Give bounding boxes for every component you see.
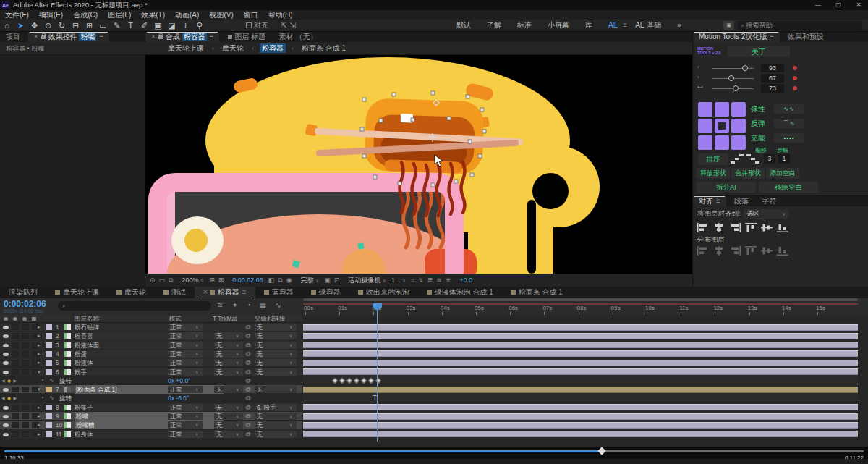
visibility-toggle[interactable] [3,344,9,347]
channels-icon[interactable]: ◉ [286,277,292,284]
anchor-grid-cell[interactable] [731,119,746,133]
充能-curve-icon[interactable]: •••• [774,133,804,143]
parent-pickwhip-icon[interactable]: @ [245,421,251,429]
progress-bar-elapsed[interactable] [4,450,602,452]
tab-footage[interactable]: 素材 （无） [273,32,323,42]
panel-menu-icon[interactable]: ≡ [210,33,214,41]
align-hcenter-button[interactable] [713,222,725,235]
menu-item[interactable]: 视图(V) [204,10,238,20]
expand-arrow-icon[interactable]: ▾ [38,385,41,394]
pixel-aspect-icon[interactable]: ⌗ [411,277,414,284]
progress-bar-remaining[interactable] [602,450,864,452]
panel-menu-icon[interactable]: ≡ [242,288,247,296]
snapshot-icon[interactable]: ◧ [268,277,275,284]
layer-name[interactable]: 粉容器 [75,332,93,340]
timeline-tab-测试[interactable]: 测试 [155,287,195,298]
flowchart-icon[interactable]: ≋ [436,277,442,284]
label-color-swatch[interactable] [46,360,52,366]
breadcrumb-item[interactable]: 粉容器 [260,43,286,53]
magnification-dropdown[interactable]: 200% ∨ [182,274,205,287]
playhead-line[interactable] [377,303,378,442]
layer-duration-bar[interactable] [303,333,858,339]
motion-blur-icon[interactable]: ◔ [247,301,251,309]
layer-name[interactable]: 粉液体面 [75,341,99,350]
puppet-pin-tool[interactable]: ⚲ [192,20,206,31]
释放形状-button[interactable]: 释放形状 [697,168,730,179]
menu-item[interactable]: 合成(C) [68,10,103,20]
layer-row[interactable]: ▾6粉手正常∨无∨@无∨ [0,368,868,376]
layer-duration-bar[interactable] [303,360,858,366]
switch-box[interactable] [12,422,19,428]
workspace-小屏幕[interactable]: 小屏幕 [540,20,577,31]
添加空白-button[interactable]: 添加空白 [766,168,799,179]
switch-box[interactable] [22,351,29,357]
distribute-right-button[interactable] [729,245,741,258]
keyframe-diamond[interactable] [354,378,359,384]
breadcrumb-item[interactable]: 粉面条 合成 1 [299,43,348,53]
roto-brush-tool[interactable]: ≀ [179,20,192,31]
tab-effect-controls[interactable]: ×效果控件 粉嘴≡ [28,32,109,42]
workspace-了解[interactable]: 了解 [479,20,509,31]
keyframe-diamond[interactable] [346,378,352,384]
exposure-value[interactable]: +0.0 [459,274,472,287]
breadcrumb-item[interactable]: 摩天轮 [220,43,246,53]
property-value[interactable]: 0x +0.0° [168,376,191,385]
close-tab-icon[interactable]: × [203,288,208,296]
align-right-button[interactable] [729,222,741,235]
fast-previews-icon[interactable]: ↯ [418,277,424,284]
property-value[interactable]: 0x -6.0° [168,394,189,402]
workspace-extra[interactable]: AE 基础 [627,20,669,31]
sync-settings-icon[interactable]: ▣ [723,21,734,30]
label-color-swatch[interactable] [46,405,52,410]
menu-item[interactable]: 文件(F) [0,10,34,20]
parent-pickwhip-icon[interactable]: @ [245,332,251,340]
menu-item[interactable]: 帮助(H) [263,10,298,20]
share-view-icon[interactable]: ⧉ [169,277,173,284]
label-color-swatch[interactable] [46,369,52,375]
parent-pickwhip-icon[interactable]: @ [245,368,251,376]
distribute-hcenter-button[interactable] [713,245,725,258]
反弹-curve-icon[interactable]: ⌒∿ [774,119,804,128]
layer-name[interactable]: 粉液体 [75,358,93,367]
close-tab-icon[interactable]: × [151,33,156,41]
layer-row[interactable]: ▸10粉嘴槽正常∨无∨@无∨ [0,421,868,429]
layer-row[interactable]: ▸11粉身体正常∨无∨@无∨ [0,430,868,439]
layer-duration-bar[interactable] [303,422,858,429]
switch-box[interactable] [22,431,29,437]
layer-duration-bar[interactable] [303,324,858,331]
property-name[interactable]: 旋转 [59,394,72,402]
anchor-grid-cell[interactable] [715,119,729,133]
layer-duration-bar[interactable] [303,342,858,348]
expand-arrow-icon[interactable]: ▸ [38,403,41,412]
弹性-curve-icon[interactable]: ∿∿ [774,104,804,114]
current-time-display[interactable]: 0:00:02:06 [4,299,46,309]
parent-pickwhip-icon[interactable]: @ [245,430,251,439]
graph-editor-icon[interactable]: ∿ [275,301,281,309]
breadcrumb-item[interactable]: 摩天轮上课 [166,43,206,53]
menu-item[interactable]: 动画(A) [170,10,204,20]
expand-arrow-icon[interactable]: ▸ [38,412,41,421]
layer-duration-bar[interactable] [303,368,858,375]
slider-knob[interactable] [733,85,739,91]
align-checkbox[interactable] [246,22,252,28]
layer-name[interactable]: 粉筷子 [75,403,93,412]
layer-duration-bar[interactable] [303,350,858,357]
viewer-current-time[interactable]: 0:00:02:06 [232,274,263,287]
anchor-grid-cell[interactable] [698,102,712,117]
stopwatch-icon[interactable]: ◔ [41,376,44,385]
slider-track[interactable] [712,88,754,89]
slider-track[interactable] [712,78,754,79]
tab-character[interactable]: 字符 [756,196,782,206]
parent-pickwhip-icon[interactable]: @ [245,403,251,412]
switch-box[interactable] [22,422,29,428]
keyframe-diamond[interactable] [368,378,374,384]
anchor-grid-cell[interactable] [715,135,729,150]
layer-name[interactable]: 粉蛋 [75,350,87,358]
layer-row[interactable]: ▸1粉石磁牌正常∨@无∨ [0,323,868,332]
拆分AI-button[interactable]: 拆分AI [697,182,756,193]
visibility-toggle[interactable] [3,371,9,374]
反弹-button[interactable]: 反弹 [751,119,765,127]
timeline-search-input[interactable]: ⌕ [58,301,211,311]
active-camera-dropdown[interactable]: 活动摄像机 ∨ [348,274,386,287]
switch-box[interactable] [22,360,29,366]
